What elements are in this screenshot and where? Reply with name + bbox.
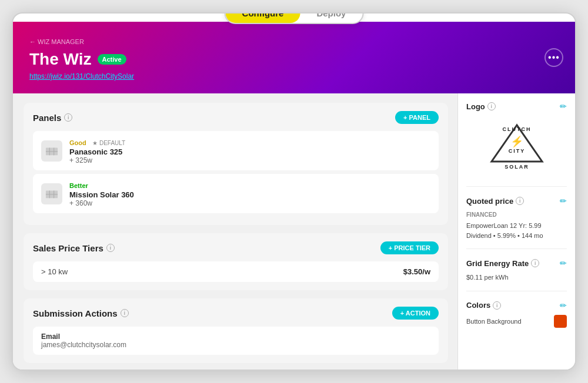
- svg-text:⚡: ⚡: [510, 135, 524, 148]
- colors-info-icon[interactable]: i: [493, 301, 501, 310]
- sales-tiers-info-icon[interactable]: i: [106, 244, 115, 252]
- panel-tier-label: Better: [69, 182, 88, 189]
- quoted-price-title: Quoted price i: [466, 197, 524, 206]
- grid-energy-info-icon[interactable]: i: [531, 259, 539, 267]
- grid-energy-value: $0.11 per kWh: [466, 273, 567, 283]
- panel-name: Mission Solar 360: [69, 190, 134, 199]
- colors-edit-icon[interactable]: ✏: [560, 301, 567, 310]
- svg-text:SOLAR: SOLAR: [505, 164, 529, 170]
- panels-section-title: Panels i: [33, 113, 72, 123]
- color-swatch[interactable]: [554, 315, 567, 328]
- grid-energy-title: Grid Energy Rate i: [466, 259, 539, 268]
- sales-tiers-title: Sales Price Tiers i: [33, 243, 115, 253]
- grid-energy-section: Grid Energy Rate i ✏ $0.11 per kWh: [466, 258, 567, 291]
- main-body: Panels i + PANEL Good DEFAULT: [13, 93, 575, 371]
- right-sidebar: Logo i ✏ ⚡ CLUTCH CITY SOLA: [457, 93, 575, 371]
- submission-actions-section: Submission Actions i + ACTION Email jame…: [24, 298, 448, 363]
- price-tier-label: > 10 kw: [41, 267, 68, 276]
- submission-action-item: Email james@clutchcitysolar.com: [33, 327, 439, 355]
- panel-tier-label: Good: [69, 139, 86, 146]
- price-tier-row: > 10 kw $3.50/w: [33, 261, 439, 282]
- color-row: Button Background: [466, 315, 567, 328]
- panel-watt: + 360w: [69, 199, 134, 207]
- price-tier-value: $3.50/w: [403, 267, 430, 276]
- panel-icon: [41, 183, 62, 204]
- logo-section: Logo i ✏ ⚡ CLUTCH CITY SOLA: [466, 102, 567, 187]
- top-nav: Configure Deploy: [225, 12, 364, 24]
- quoted-price-info-icon[interactable]: i: [516, 197, 524, 205]
- header-section: ← WIZ MANAGER The Wiz Active https://jwi…: [13, 22, 575, 93]
- panel-item: Better Mission Solar 360 + 360w: [33, 174, 439, 213]
- color-label: Button Background: [466, 318, 522, 325]
- logo-section-title: Logo i: [466, 102, 496, 111]
- logo-info-icon[interactable]: i: [487, 102, 496, 110]
- action-value: james@clutchcitysolar.com: [41, 341, 430, 349]
- page-title: The Wiz: [29, 50, 92, 69]
- svg-text:CLUTCH: CLUTCH: [502, 126, 531, 132]
- header-link[interactable]: https://jwiz.io/131/ClutchCitySolar: [29, 72, 559, 80]
- quoted-price-line2: Dividend • 5.99% • 144 mo: [466, 231, 567, 241]
- quoted-price-type: FINANCED: [466, 210, 567, 219]
- tab-deploy[interactable]: Deploy: [300, 12, 362, 23]
- submission-actions-title: Submission Actions i: [33, 308, 129, 318]
- device-frame: Configure Deploy ← WIZ MANAGER The Wiz A…: [12, 12, 576, 371]
- grid-energy-edit-icon[interactable]: ✏: [560, 258, 567, 268]
- quoted-price-edit-icon[interactable]: ✏: [560, 196, 567, 206]
- add-price-tier-button[interactable]: + PRICE TIER: [380, 241, 439, 254]
- colors-section: Colors i ✏ Button Background: [466, 301, 567, 336]
- company-logo: ⚡ CLUTCH CITY SOLAR: [485, 120, 549, 173]
- sales-tiers-section: Sales Price Tiers i + PRICE TIER > 10 kw…: [24, 233, 448, 290]
- more-icon: •••: [548, 52, 560, 63]
- logo-edit-icon[interactable]: ✏: [560, 102, 567, 111]
- panel-name: Panasonic 325: [69, 147, 125, 156]
- back-link[interactable]: ← WIZ MANAGER: [29, 38, 559, 45]
- action-type: Email: [41, 332, 430, 341]
- quoted-price-section: Quoted price i ✏ FINANCED EmpowerLoan 12…: [466, 196, 567, 249]
- status-badge: Active: [98, 54, 126, 65]
- tab-configure[interactable]: Configure: [226, 12, 300, 23]
- quoted-price-line1: EmpowerLoan 12 Yr: 5.99: [466, 221, 567, 231]
- svg-text:CITY: CITY: [508, 148, 525, 154]
- panels-section: Panels i + PANEL Good DEFAULT: [24, 103, 448, 225]
- panel-item: Good DEFAULT Panasonic 325 + 325w: [33, 131, 439, 170]
- logo-container: ⚡ CLUTCH CITY SOLAR: [466, 116, 567, 178]
- submission-actions-info-icon[interactable]: i: [121, 309, 129, 317]
- colors-title: Colors i: [466, 301, 501, 310]
- panel-icon: [41, 140, 62, 162]
- panel-watt: + 325w: [69, 156, 125, 164]
- left-content: Panels i + PANEL Good DEFAULT: [13, 93, 457, 371]
- add-action-button[interactable]: + ACTION: [392, 307, 439, 320]
- panels-info-icon[interactable]: i: [64, 113, 72, 122]
- panel-default-label: DEFAULT: [92, 140, 125, 146]
- more-options-button[interactable]: •••: [544, 48, 563, 67]
- add-panel-button[interactable]: + PANEL: [395, 111, 439, 124]
